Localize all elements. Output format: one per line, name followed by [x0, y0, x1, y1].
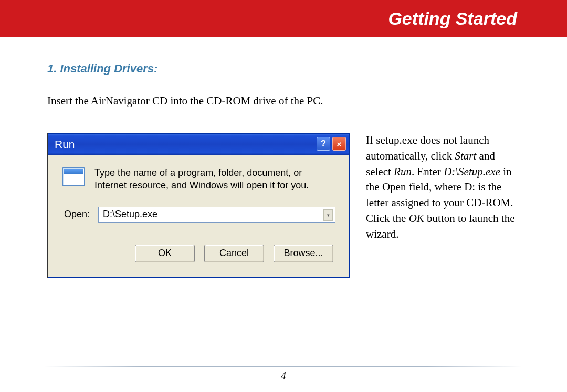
close-button[interactable]: × [332, 137, 346, 151]
run-dialog-screenshot: Run ? × [47, 133, 350, 278]
open-value: D:\Setup.exe [103, 209, 158, 220]
footer: 4 [0, 366, 567, 382]
close-icon: × [337, 140, 342, 149]
run-dialog: Run ? × [48, 133, 350, 278]
body-row: Run ? × [47, 133, 522, 278]
instruction-paragraph: If setup.exe does not launch automatical… [366, 133, 522, 242]
intro-text: Insert the AirNavigator CD into the CD-R… [47, 94, 522, 108]
help-icon: ? [321, 139, 326, 149]
dialog-message: Type the name of a program, folder, docu… [94, 166, 335, 192]
open-label: Open: [64, 209, 90, 220]
open-combobox[interactable]: D:\Setup.exe ▾ [98, 207, 335, 223]
ok-button[interactable]: OK [135, 245, 195, 262]
cancel-button[interactable]: Cancel [204, 245, 264, 262]
footer-divider [45, 366, 522, 367]
run-program-icon [62, 167, 85, 187]
section-heading: 1. Installing Drivers: [47, 62, 522, 76]
help-button[interactable]: ? [317, 137, 330, 151]
titlebar-buttons: ? × [317, 137, 346, 151]
titlebar: Run ? × [48, 134, 349, 155]
header-band: Getting Started [0, 0, 567, 37]
page-header-title: Getting Started [388, 8, 517, 29]
content-area: 1. Installing Drivers: Insert the AirNav… [0, 37, 567, 278]
message-row: Type the name of a program, folder, docu… [62, 166, 335, 192]
browse-button[interactable]: Browse... [274, 245, 333, 262]
dialog-body: Type the name of a program, folder, docu… [48, 155, 349, 277]
dropdown-arrow-icon[interactable]: ▾ [323, 209, 333, 221]
open-row: Open: D:\Setup.exe ▾ [64, 207, 335, 223]
page-number: 4 [0, 370, 567, 382]
button-row: OK Cancel Browse... [62, 245, 335, 262]
dialog-title: Run [55, 138, 75, 151]
